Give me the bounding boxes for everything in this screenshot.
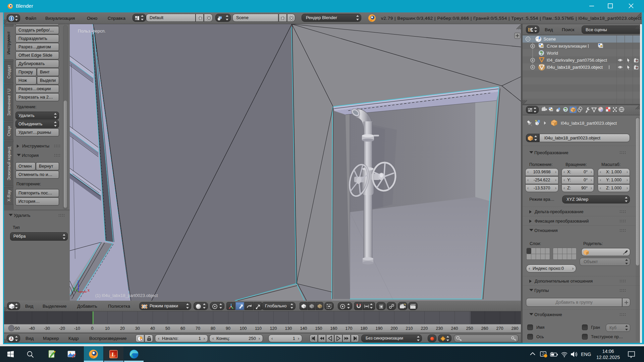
svg-text:20: 20 [120, 326, 125, 331]
svg-text:L: L [112, 351, 115, 358]
svg-text:Слои визуализации: Слои визуализации [547, 44, 587, 49]
svg-text:-10: -10 [74, 326, 80, 331]
svg-text:150: 150 [315, 326, 322, 331]
svg-text:190: 190 [376, 326, 383, 331]
svg-text:240: 240 [451, 326, 458, 331]
svg-text:120: 120 [270, 326, 277, 331]
svg-text:World: World [547, 51, 558, 56]
svg-text:z: z [77, 279, 79, 284]
svg-text:160: 160 [330, 326, 337, 331]
svg-text:220: 220 [421, 326, 428, 331]
svg-text:60: 60 [180, 326, 185, 331]
svg-text:Польз.-персп.: Польз.-персп. [78, 28, 106, 34]
svg-text:0: 0 [91, 326, 94, 331]
svg-text:-20: -20 [59, 326, 65, 331]
svg-text:40: 40 [150, 326, 155, 331]
svg-text:100: 100 [240, 326, 247, 331]
svg-text:250: 250 [466, 326, 473, 331]
svg-text:-30: -30 [44, 326, 50, 331]
svg-text:10: 10 [105, 326, 110, 331]
svg-text:Scene: Scene [543, 37, 556, 42]
svg-text:170: 170 [345, 326, 353, 331]
svg-text:230: 230 [436, 326, 443, 331]
svg-text:90: 90 [226, 326, 230, 331]
svg-text:-40: -40 [29, 326, 35, 331]
svg-text:130: 130 [285, 326, 292, 331]
svg-text:-50: -50 [14, 326, 20, 331]
svg-text:140: 140 [300, 326, 307, 331]
svg-text:l04u_labx18_part0023.object: l04u_labx18_part0023.object [547, 65, 603, 70]
svg-text:30: 30 [135, 326, 140, 331]
svg-text:50: 50 [165, 326, 170, 331]
svg-text:270: 270 [496, 326, 503, 331]
svg-text:(1) l04u_labx18_part0023.objec: (1) l04u_labx18_part0023.object [95, 293, 158, 298]
svg-text:200: 200 [391, 326, 398, 331]
svg-text:l04_darkvalley_part0756.object: l04_darkvalley_part0756.object [547, 58, 607, 63]
svg-text:210: 210 [406, 326, 413, 331]
svg-text:70: 70 [196, 326, 200, 331]
svg-text:110: 110 [255, 326, 262, 331]
svg-text:y: y [73, 286, 75, 291]
svg-text:x: x [88, 288, 90, 293]
svg-text:180: 180 [361, 326, 368, 331]
svg-text:80: 80 [211, 326, 215, 331]
svg-text:280: 280 [512, 326, 519, 331]
svg-text:260: 260 [481, 326, 488, 331]
